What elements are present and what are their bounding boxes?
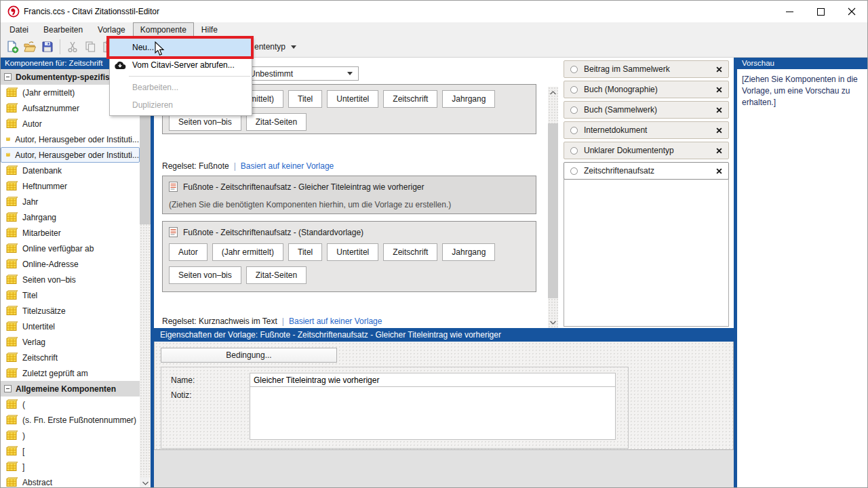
component-list-item[interactable]: Heftnummer [1, 178, 140, 194]
toolbar-separator [60, 39, 60, 54]
close-button[interactable] [836, 1, 867, 22]
maximize-button[interactable] [805, 1, 836, 22]
component-chip[interactable]: Seiten von–bis [169, 266, 241, 284]
sidebar-scrollbar[interactable] [140, 69, 151, 488]
component-chip[interactable]: Zeitschrift [383, 90, 437, 108]
menubar-item[interactable]: Hilfe [194, 22, 225, 37]
component-brick-icon [6, 321, 18, 331]
pipe-separator: | [234, 161, 236, 171]
close-icon[interactable] [716, 107, 722, 113]
component-list-item[interactable]: Jahrgang [1, 209, 140, 225]
component-list-item[interactable]: Jahr [1, 194, 140, 209]
radio-icon[interactable] [570, 106, 578, 114]
component-chip[interactable]: Jahrgang [442, 90, 495, 108]
component-label: Abstract [22, 478, 52, 487]
doctype-select-value: Unbestimmt [250, 69, 293, 79]
scroll-up-icon[interactable] [548, 87, 558, 98]
template-box-standard[interactable]: Fußnote - Zeitschriftenaufsatz - (Standa… [162, 221, 536, 292]
component-section-header[interactable]: Allgemeine Komponenten [1, 381, 140, 396]
component-list-item[interactable]: Seiten von–bis [1, 272, 140, 287]
doctype-dropdown-fragment[interactable]: ententyp [254, 42, 296, 52]
component-list-item[interactable]: Autor, Herausgeber oder Instituti... [1, 131, 140, 147]
component-chip[interactable]: Autor [169, 243, 208, 261]
component-list-item[interactable]: [ [1, 443, 140, 459]
radio-icon[interactable] [570, 86, 578, 94]
doctype-tab[interactable]: Buch (Monographie) [564, 81, 729, 98]
component-chip[interactable]: Untertitel [327, 90, 378, 108]
radio-icon[interactable] [570, 127, 578, 134]
component-brick-icon [6, 150, 10, 160]
component-list-item[interactable]: ) [1, 428, 140, 443]
component-chip[interactable]: Untertitel [327, 243, 378, 261]
ruleset-intext-line: Regelset: Kurznachweis im Text | Basiert… [162, 317, 382, 326]
template-doc-icon [169, 227, 178, 237]
component-chip[interactable]: Zitat-Seiten [246, 266, 307, 284]
doctype-select[interactable]: Unbestimmt [243, 66, 359, 81]
menubar-item[interactable]: Komponente [133, 22, 194, 37]
component-chip[interactable]: Titel [288, 243, 322, 261]
component-chip[interactable]: Titel [288, 90, 322, 108]
menu-item[interactable]: Vom Citavi-Server abrufen... [110, 56, 252, 74]
component-label: Aufsatznummer [22, 104, 79, 113]
save-icon[interactable] [39, 38, 56, 56]
component-brick-icon [6, 181, 18, 191]
doctype-tab[interactable]: Internetdokument [564, 121, 729, 139]
component-brick-icon [6, 87, 18, 98]
template-note-textarea[interactable] [250, 387, 616, 440]
condition-button[interactable]: Bedingung... [161, 348, 337, 363]
radio-icon[interactable] [570, 66, 578, 73]
component-list-item[interactable]: Online verfügbar ab [1, 241, 140, 256]
component-chip[interactable]: Zitat-Seiten [246, 113, 307, 131]
editor-scrollbar[interactable] [548, 87, 558, 328]
component-list-item[interactable]: Autor [1, 116, 140, 131]
close-icon[interactable] [716, 148, 722, 154]
component-list-item[interactable]: Zuletzt geprüft am [1, 365, 140, 381]
template-name-input[interactable] [250, 373, 616, 387]
scroll-down-icon[interactable] [140, 477, 151, 488]
component-chip[interactable]: Jahrgang [442, 243, 495, 261]
open-icon[interactable] [21, 38, 39, 56]
collapse-icon[interactable] [4, 385, 12, 392]
component-list-item[interactable]: ( [1, 396, 140, 412]
doctype-tab[interactable]: Buch (Sammelwerk) [564, 101, 729, 119]
component-list-item[interactable]: Titel [1, 287, 140, 303]
doctype-tab-label: Buch (Sammelwerk) [584, 105, 710, 115]
template-box-selected[interactable]: Fußnote - Zeitschriftenaufsatz - Gleiche… [162, 176, 536, 214]
new-template-icon[interactable] [3, 38, 21, 56]
based-on-link[interactable]: Basiert auf keiner Vorlage [241, 161, 334, 171]
menubar-item[interactable]: Datei [2, 22, 36, 37]
component-list-item[interactable]: Datenbank [1, 163, 140, 178]
menu-item[interactable]: Duplizieren [110, 96, 252, 114]
component-list-item[interactable]: Abstract [1, 474, 140, 488]
editor-scrollbar-thumb[interactable] [548, 123, 558, 298]
doctype-tab[interactable]: Beitrag im Sammelwerk [564, 60, 729, 78]
menu-item[interactable]: Bearbeiten... [110, 79, 252, 96]
doctype-tab[interactable]: Unklarer Dokumententyp [564, 142, 729, 159]
component-list-item[interactable]: Mitarbeiter [1, 225, 140, 241]
menu-item[interactable]: Neu... [110, 39, 252, 56]
doctype-tab[interactable]: Zeitschriftenaufsatz [564, 162, 729, 180]
menubar-item[interactable]: Bearbeiten [36, 22, 90, 37]
component-list-item[interactable]: Autor, Herausgeber oder Instituti... [1, 147, 140, 163]
component-chip[interactable]: Zeitschrift [383, 243, 437, 261]
component-chip[interactable]: (Jahr ermittelt) [212, 243, 283, 261]
close-icon[interactable] [716, 127, 722, 134]
component-list-item[interactable]: ] [1, 459, 140, 474]
menubar-item[interactable]: Vorlage [90, 22, 133, 37]
component-list-item[interactable]: Verlag [1, 334, 140, 350]
scroll-down-icon[interactable] [548, 317, 558, 328]
component-list-item[interactable]: Online-Adresse [1, 256, 140, 272]
based-on-link[interactable]: Basiert auf keiner Vorlage [289, 317, 382, 326]
component-list-item[interactable]: Titelzusätze [1, 303, 140, 319]
close-icon[interactable] [716, 168, 722, 174]
component-list-item[interactable]: Untertitel [1, 319, 140, 334]
collapse-icon[interactable] [4, 73, 12, 81]
minimize-button[interactable] [774, 1, 805, 22]
close-icon[interactable] [716, 87, 722, 93]
component-list-item[interactable]: Zeitschrift [1, 350, 140, 365]
radio-icon[interactable] [570, 147, 578, 155]
close-icon[interactable] [716, 66, 722, 73]
component-list-item[interactable]: (s. Fn. Erste Fußnotennummer) [1, 412, 140, 428]
radio-icon[interactable] [570, 167, 578, 175]
menu-item-label: Bearbeiten... [132, 83, 178, 92]
